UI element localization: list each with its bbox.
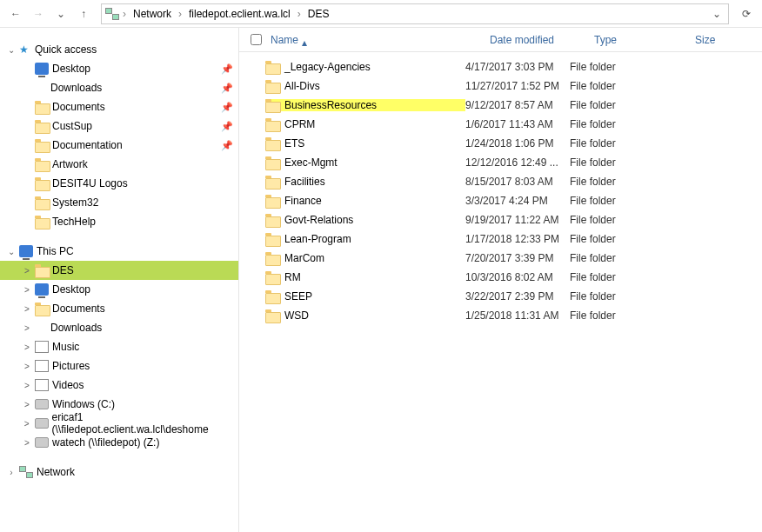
folder-icon [35, 196, 49, 209]
file-name-cell: Exec-Mgmt [265, 156, 465, 169]
file-row[interactable]: CPRM1/6/2017 11:43 AMFile folder [239, 115, 762, 134]
this-pc[interactable]: ⌄ This PC [0, 242, 238, 261]
folder-icon [35, 216, 49, 228]
date-modified-cell: 1/24/2018 1:06 PM [465, 137, 570, 150]
column-header-date[interactable]: Date modified [485, 34, 589, 46]
sidebar-item[interactable]: >Pictures [0, 356, 238, 376]
chevron-right-icon: > [23, 419, 31, 429]
sidebar-item[interactable]: Desktop📌 [0, 59, 238, 78]
sidebar-item[interactable]: >Desktop [0, 280, 238, 299]
dl-icon [35, 322, 47, 334]
tree-label: TechHelp [52, 216, 96, 228]
file-name-cell: _Legacy-Agencies [265, 61, 465, 73]
sidebar-item[interactable]: System32 [0, 193, 238, 212]
file-row[interactable]: Govt-Relations9/19/2017 11:22 AMFile fol… [239, 210, 762, 229]
file-row[interactable]: ETS1/24/2018 1:06 PMFile folder [239, 134, 762, 153]
sidebar-item[interactable]: Downloads📌 [0, 78, 238, 97]
address-history-dropdown[interactable]: ⌄ [709, 8, 725, 20]
sidebar-item[interactable]: DESIT4U Logos [0, 174, 238, 193]
file-name-cell: WSD [265, 309, 465, 322]
file-name-cell: BusinessResources [265, 99, 465, 111]
sidebar-item[interactable]: Artwork [0, 155, 238, 174]
tree-label: DESIT4U Logos [52, 177, 128, 190]
breadcrumb-folder[interactable]: DES [304, 8, 333, 20]
file-row[interactable]: All-Divs11/27/2017 1:52 PMFile folder [239, 76, 762, 96]
tree-label: Windows (C:) [52, 398, 115, 410]
file-row[interactable]: Finance3/3/2017 4:24 PMFile folder [239, 191, 762, 210]
toolbar: ← → ⌄ ↑ › Network › filedepot.eclient.wa… [0, 0, 762, 28]
tree-label: Quick access [35, 43, 97, 56]
refresh-button[interactable]: ⟳ [736, 3, 757, 24]
select-all-checkbox[interactable] [246, 34, 265, 45]
file-row[interactable]: Lean-Program1/17/2018 12:33 PMFile folde… [239, 229, 762, 249]
file-row[interactable]: Facilities8/15/2017 8:03 AMFile folder [239, 172, 762, 191]
chevron-right-icon: › [7, 468, 16, 477]
quick-access[interactable]: ⌄ ★ Quick access [0, 40, 238, 59]
dl-icon [35, 82, 47, 94]
date-modified-cell: 3/3/2017 4:24 PM [465, 195, 570, 207]
column-header-name[interactable]: Name ▴ [265, 34, 485, 46]
breadcrumb-network[interactable]: Network [130, 8, 175, 20]
type-cell: File folder [570, 252, 671, 264]
file-name: Finance [284, 195, 322, 207]
tree-label: Documents [52, 101, 105, 113]
sidebar-item[interactable]: >Videos [0, 376, 238, 395]
chevron-right-icon: > [23, 400, 31, 409]
sidebar-item[interactable]: >DES [0, 261, 238, 280]
star-icon: ★ [19, 43, 31, 56]
back-button[interactable]: ← [5, 3, 26, 24]
type-cell: File folder [570, 118, 671, 130]
forward-button[interactable]: → [28, 3, 49, 24]
type-cell: File folder [570, 61, 671, 73]
sidebar-item[interactable]: >ericaf1 (\\filedepot.eclient.wa.lcl\des… [0, 414, 238, 433]
sidebar-item[interactable]: Documents📌 [0, 97, 238, 116]
navigation-pane: ⌄ ★ Quick access Desktop📌Downloads📌Docum… [0, 28, 239, 532]
breadcrumb-host[interactable]: filedepot.eclient.wa.lcl [185, 8, 294, 20]
sidebar-item[interactable]: CustSup📌 [0, 116, 238, 136]
header-label: Name [271, 34, 298, 46]
sidebar-item[interactable]: Documentation📌 [0, 136, 238, 155]
chevron-right-icon: > [23, 438, 31, 448]
column-header-size[interactable]: Size [690, 34, 762, 46]
file-name: Exec-Mgmt [284, 156, 338, 169]
pc-icon [19, 245, 33, 257]
sidebar-item[interactable]: TechHelp [0, 212, 238, 231]
tree-label: System32 [52, 196, 98, 209]
date-modified-cell: 3/22/2017 2:39 PM [465, 290, 570, 303]
folder-icon [265, 214, 279, 226]
file-name: Govt-Relations [284, 214, 353, 226]
tree-label: Network [37, 466, 75, 478]
date-modified-cell: 4/17/2017 3:03 PM [465, 61, 570, 73]
type-cell: File folder [570, 99, 671, 111]
sidebar-item[interactable]: >Downloads [0, 318, 238, 337]
file-row[interactable]: BusinessResources9/12/2017 8:57 AMFile f… [239, 96, 762, 115]
chevron-right-icon: > [23, 381, 31, 390]
tree-label: Music [52, 341, 79, 353]
type-cell: File folder [570, 233, 671, 245]
column-header-type[interactable]: Type [589, 34, 690, 46]
monitor-icon [35, 63, 49, 75]
video-icon [35, 379, 49, 391]
file-row[interactable]: _Legacy-Agencies4/17/2017 3:03 PMFile fo… [239, 57, 762, 76]
folder-icon [35, 120, 49, 132]
file-row[interactable]: WSD1/25/2018 11:31 AMFile folder [239, 306, 762, 325]
file-name: SEEP [284, 290, 312, 303]
file-row[interactable]: Exec-Mgmt12/12/2016 12:49 ...File folder [239, 153, 762, 172]
network-location-icon [105, 8, 119, 20]
drive-icon [35, 437, 49, 448]
sidebar-item[interactable]: >watech (\\filedepot) (Z:) [0, 433, 238, 452]
sidebar-item[interactable]: >Music [0, 337, 238, 356]
file-row[interactable]: RM10/3/2016 8:02 AMFile folder [239, 268, 762, 287]
file-row[interactable]: SEEP3/22/2017 2:39 PMFile folder [239, 287, 762, 306]
file-name-cell: All-Divs [265, 80, 465, 92]
address-bar[interactable]: › Network › filedepot.eclient.wa.lcl › D… [101, 3, 729, 24]
network-tree[interactable]: › Network [0, 462, 238, 482]
recent-dropdown[interactable]: ⌄ [50, 3, 71, 24]
up-button[interactable]: ↑ [73, 3, 94, 24]
tree-label: ericaf1 (\\filedepot.eclient.wa.lcl\desh… [52, 411, 234, 436]
file-row[interactable]: MarCom7/20/2017 3:39 PMFile folder [239, 249, 762, 268]
folder-icon [265, 137, 279, 150]
sidebar-item[interactable]: >Documents [0, 299, 238, 318]
chevron-down-icon: ⌄ [7, 247, 16, 256]
file-name-cell: Govt-Relations [265, 214, 465, 226]
